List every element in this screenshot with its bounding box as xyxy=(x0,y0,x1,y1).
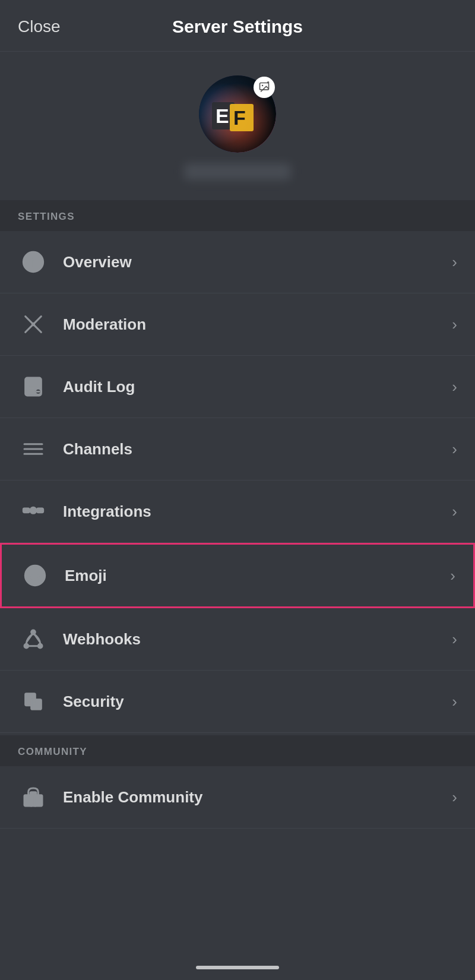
svg-text:F: F xyxy=(233,106,246,129)
community-menu-list: Enable Community › xyxy=(0,766,475,829)
overview-label: Overview xyxy=(63,253,452,271)
integrations-label: Integrations xyxy=(63,502,452,521)
svg-rect-39 xyxy=(33,701,35,703)
page-title: Server Settings xyxy=(172,17,303,37)
audit-log-icon xyxy=(18,371,49,402)
sidebar-item-audit-log[interactable]: Audit Log › xyxy=(0,356,475,418)
svg-point-8 xyxy=(262,85,264,87)
chevron-icon: › xyxy=(452,253,457,271)
channels-label: Channels xyxy=(63,440,452,459)
community-section-header: COMMUNITY xyxy=(0,735,475,766)
enable-community-label: Enable Community xyxy=(63,788,452,807)
webhooks-icon xyxy=(18,624,49,655)
svg-text:E: E xyxy=(216,105,229,127)
moderation-label: Moderation xyxy=(63,315,452,334)
svg-point-16 xyxy=(32,323,34,325)
sidebar-item-integrations[interactable]: Integrations › xyxy=(0,480,475,543)
sidebar-item-webhooks[interactable]: Webhooks › xyxy=(0,608,475,671)
edit-image-icon xyxy=(258,81,270,93)
chevron-icon: › xyxy=(450,567,455,585)
menu-list: Overview › Moderation › Audit Log xyxy=(0,231,475,733)
svg-rect-27 xyxy=(37,508,43,513)
svg-rect-26 xyxy=(23,508,29,513)
sidebar-item-overview[interactable]: Overview › xyxy=(0,231,475,293)
server-icon-wrapper[interactable]: E F xyxy=(199,75,276,153)
audit-log-label: Audit Log xyxy=(63,378,452,396)
chevron-icon: › xyxy=(452,693,457,711)
chevron-icon: › xyxy=(452,315,457,334)
server-name xyxy=(184,163,291,180)
community-icon xyxy=(18,782,49,813)
home-indicator xyxy=(196,966,279,969)
integrations-icon xyxy=(18,496,49,527)
sidebar-item-enable-community[interactable]: Enable Community › xyxy=(0,766,475,829)
header: Close Server Settings xyxy=(0,0,475,52)
svg-point-32 xyxy=(31,573,33,574)
svg-point-28 xyxy=(30,507,36,513)
chevron-icon: › xyxy=(452,630,457,649)
chevron-icon: › xyxy=(452,378,457,396)
security-label: Security xyxy=(63,693,452,711)
svg-rect-42 xyxy=(34,795,42,806)
sidebar-item-moderation[interactable]: Moderation › xyxy=(0,293,475,356)
emoji-icon xyxy=(20,560,50,591)
sidebar-item-channels[interactable]: Channels › xyxy=(0,418,475,480)
server-icon-area: E F xyxy=(0,52,475,198)
channels-icon xyxy=(18,434,49,464)
sidebar-item-emoji[interactable]: Emoji › xyxy=(0,543,475,608)
chevron-icon: › xyxy=(452,502,457,521)
svg-point-33 xyxy=(37,573,39,574)
chevron-icon: › xyxy=(452,440,457,459)
edit-icon-badge[interactable] xyxy=(254,77,275,98)
info-icon xyxy=(18,246,49,277)
sidebar-item-security[interactable]: Security › xyxy=(0,671,475,733)
emoji-label: Emoji xyxy=(65,567,450,585)
svg-point-31 xyxy=(25,565,45,585)
close-button[interactable]: Close xyxy=(18,17,61,36)
webhooks-label: Webhooks xyxy=(63,630,452,649)
svg-rect-38 xyxy=(31,700,42,710)
chevron-icon: › xyxy=(452,788,457,807)
settings-section-header: SETTINGS xyxy=(0,200,475,231)
community-section-label: COMMUNITY xyxy=(18,746,87,757)
security-icon xyxy=(18,686,49,717)
settings-section-label: SETTINGS xyxy=(18,211,75,222)
moderation-icon xyxy=(18,309,49,340)
